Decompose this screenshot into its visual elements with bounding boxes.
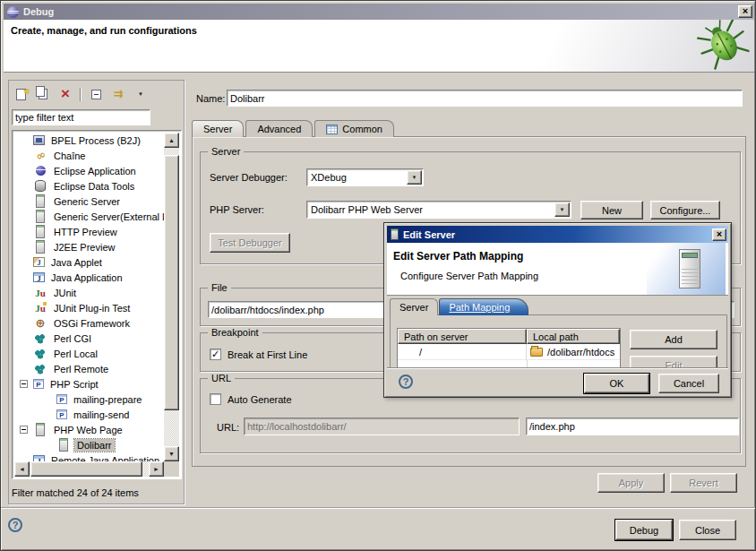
dropdown-arrow-icon[interactable] xyxy=(407,170,422,185)
tree-item[interactable]: Chaîne xyxy=(14,148,164,163)
toolbar-button[interactable] xyxy=(79,86,82,103)
local-path-header: Local path xyxy=(527,329,620,344)
toolbar-button[interactable] xyxy=(56,86,74,103)
help-icon[interactable] xyxy=(8,518,22,532)
tree-item[interactable]: mailing-send xyxy=(14,407,164,422)
dialog-tab[interactable]: Server xyxy=(390,298,438,315)
tab[interactable]: Advanced xyxy=(245,120,313,137)
tree-item[interactable]: JUnit Plug-in Test xyxy=(14,300,164,315)
name-label: Name: xyxy=(196,93,225,104)
toolbar-button[interactable] xyxy=(87,86,105,103)
tree-item[interactable]: Eclipse Application xyxy=(14,163,164,178)
scroll-up-icon[interactable]: ▲ xyxy=(164,133,179,148)
toolbar-button[interactable] xyxy=(109,86,127,103)
test-debugger-button[interactable]: Test Debugger xyxy=(210,233,290,253)
page-title: Create, manage, and run configurations xyxy=(11,25,197,36)
tree-vertical-scrollbar[interactable]: ▲ ▼ xyxy=(164,133,179,461)
tree-item[interactable]: Generic Server xyxy=(14,194,164,209)
tree-item[interactable]: Dolibarr xyxy=(14,437,164,452)
tree-item[interactable]: J2EE Preview xyxy=(14,239,164,254)
close-button[interactable]: Close xyxy=(679,520,736,540)
auto-generate-checkbox[interactable] xyxy=(210,393,221,405)
break-first-line-checkbox[interactable]: ✓ xyxy=(210,349,221,360)
expander-icon[interactable] xyxy=(20,426,28,434)
tree-item[interactable]: mailing-prepare xyxy=(14,392,164,407)
tree-item[interactable]: PHP Web Page xyxy=(14,422,164,437)
java-application-icon xyxy=(33,272,45,282)
edit-server-dialog: Edit Server Edit Server Path Mapping Con… xyxy=(383,222,732,398)
table-row[interactable]: / /dolibarr/htdocs xyxy=(398,344,620,359)
toolbar-button[interactable] xyxy=(12,86,30,103)
apply-button[interactable]: Apply xyxy=(597,473,665,493)
php-server-select[interactable]: Dolibarr PHP Web Server xyxy=(306,201,571,219)
add-button[interactable]: Add xyxy=(630,330,717,349)
junit-icon xyxy=(33,287,47,299)
dialog-tab[interactable]: Path Mapping xyxy=(439,298,528,315)
url-base-input[interactable] xyxy=(244,418,520,435)
tree-item[interactable]: BPEL Process (B2J) xyxy=(14,133,164,148)
bug-image xyxy=(695,20,752,71)
horizontal-scroll-thumb[interactable] xyxy=(30,461,142,477)
scroll-right-icon[interactable]: ► xyxy=(149,461,164,477)
chain-icon xyxy=(33,150,47,162)
scroll-down-icon[interactable]: ▼ xyxy=(164,446,179,461)
tree-item[interactable]: HTTP Preview xyxy=(14,224,164,239)
tab[interactable]: Server xyxy=(192,120,244,137)
close-icon[interactable] xyxy=(738,5,752,18)
tree-item[interactable]: Perl Remote xyxy=(14,361,164,376)
dropdown-arrow-icon[interactable] xyxy=(554,202,570,217)
collapse-all-icon xyxy=(91,90,101,99)
generic-server-icon xyxy=(33,241,47,254)
tree-item[interactable]: OSGi Framework xyxy=(14,315,164,331)
database-icon xyxy=(33,180,47,193)
close-icon[interactable] xyxy=(712,228,726,241)
filter-input[interactable] xyxy=(12,109,150,125)
ok-button[interactable]: OK xyxy=(584,374,649,393)
dialog-title-bar[interactable]: Edit Server xyxy=(387,226,728,243)
vertical-scroll-thumb[interactable] xyxy=(164,155,179,410)
expander-icon[interactable] xyxy=(20,380,28,388)
name-input[interactable] xyxy=(227,90,743,107)
tree-item[interactable]: Remote Java Application xyxy=(14,452,164,461)
php-file-icon xyxy=(56,409,67,419)
php-server-value: Dolibarr PHP Web Server xyxy=(307,204,554,215)
java-applet-icon xyxy=(33,257,45,267)
tree-horizontal-scrollbar[interactable]: ◄ ► xyxy=(14,461,164,477)
tree-item[interactable]: Java Applet xyxy=(14,254,164,270)
break-first-line-label: Break at First Line xyxy=(228,349,307,360)
server-debugger-select[interactable]: XDebug xyxy=(306,168,424,186)
tab[interactable]: Common xyxy=(314,120,394,137)
php-file-icon xyxy=(56,394,67,404)
dialog-button-bar: OK Cancel xyxy=(387,367,728,394)
debug-button[interactable]: Debug xyxy=(615,520,673,540)
cancel-button[interactable]: Cancel xyxy=(658,374,719,393)
generic-server-icon xyxy=(33,211,47,223)
tree-item[interactable]: Java Application xyxy=(14,270,164,285)
tree-item[interactable]: Eclipse Data Tools xyxy=(14,178,164,194)
toolbar-button[interactable] xyxy=(132,86,150,103)
window-title: Debug xyxy=(23,6,738,17)
scroll-left-icon[interactable]: ◄ xyxy=(14,461,30,477)
junit-plugin-icon xyxy=(33,302,47,314)
configure-button[interactable]: Configure... xyxy=(650,201,720,220)
toolbar-button[interactable] xyxy=(34,86,52,103)
dialog-header-subtitle: Configure Server Path Mapping xyxy=(400,271,538,281)
table-rows: / /dolibarr/htdocs xyxy=(398,344,620,359)
tree-item[interactable]: JUnit xyxy=(14,285,164,300)
title-bar[interactable]: Debug xyxy=(4,4,754,20)
tree-item[interactable]: PHP Script xyxy=(14,376,164,392)
configurations-tree[interactable]: BPEL Process (B2J) Chaîne Eclipse Applic… xyxy=(14,133,164,461)
eclipse-application-icon xyxy=(33,165,47,177)
url-path-input[interactable] xyxy=(526,418,739,435)
tree-item[interactable]: Perl Local xyxy=(14,346,164,361)
view-menu-icon xyxy=(138,91,143,97)
server-image xyxy=(647,243,726,295)
tree-item[interactable]: Perl CGI xyxy=(14,331,164,346)
revert-button[interactable]: Revert xyxy=(670,473,737,493)
new-button[interactable]: New xyxy=(580,201,643,220)
tree-item[interactable]: Generic Server(External La xyxy=(14,209,164,224)
help-icon[interactable] xyxy=(399,375,413,389)
auto-generate-label: Auto Generate xyxy=(228,394,292,405)
folder-icon xyxy=(530,348,543,357)
sidebar-toolbar xyxy=(12,83,150,105)
